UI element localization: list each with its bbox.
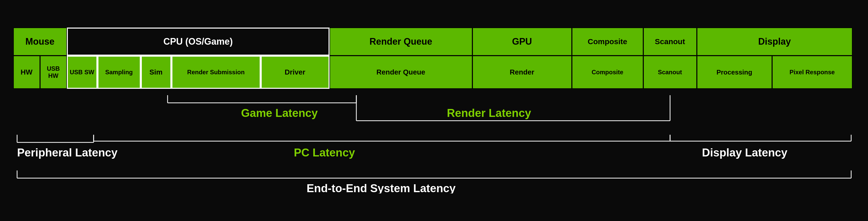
sub-usbsw: USB SW xyxy=(67,56,97,89)
top-composite: Composite xyxy=(572,28,643,56)
top-scanout: Scanout xyxy=(643,28,697,56)
top-renderqueue: Render Queue xyxy=(330,28,472,56)
sub-row: HW USB HW USB SW Sampling Sim Render Sub… xyxy=(13,56,855,89)
svg-text:Peripheral Latency: Peripheral Latency xyxy=(17,146,118,159)
top-cpu: CPU (OS/Game) xyxy=(67,28,330,56)
svg-text:PC Latency: PC Latency xyxy=(294,146,355,159)
sub-render: Render xyxy=(472,56,572,89)
sub-sampling: Sampling xyxy=(97,56,141,89)
top-gpu: GPU xyxy=(472,28,572,56)
svg-text:Display Latency: Display Latency xyxy=(702,146,788,159)
sub-hw: HW xyxy=(13,56,40,89)
svg-text:Render Latency: Render Latency xyxy=(447,107,531,119)
diagram: Mouse CPU (OS/Game) Render Queue GPU Com… xyxy=(13,28,855,193)
top-row: Mouse CPU (OS/Game) Render Queue GPU Com… xyxy=(13,28,855,56)
svg-text:Game Latency: Game Latency xyxy=(241,107,318,119)
sub-usbhw: USB HW xyxy=(40,56,67,89)
top-display: Display xyxy=(697,28,852,56)
sub-driver: Driver xyxy=(261,56,330,89)
sub-processing: Processing xyxy=(697,56,772,89)
sub-pixelresponse: Pixel Response xyxy=(772,56,852,89)
sub-rendersubmission: Render Submission xyxy=(172,56,261,89)
sub-scanout: Scanout xyxy=(643,56,697,89)
sub-sim: Sim xyxy=(141,56,172,89)
sub-renderqueue: Render Queue xyxy=(330,56,472,89)
svg-text:End-to-End System Latency: End-to-End System Latency xyxy=(307,182,456,193)
sub-composite: Composite xyxy=(572,56,643,89)
bracket-section: Game Latency Render Latency Peripheral L… xyxy=(13,91,855,193)
top-mouse: Mouse xyxy=(13,28,67,56)
